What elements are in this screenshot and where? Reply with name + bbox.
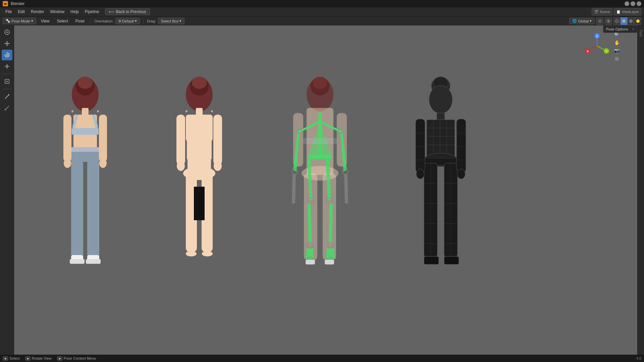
svg-point-158 [457,169,465,179]
pose-mode-label: Pose Mode [11,19,30,23]
back-icon: ⟵ [109,9,114,14]
navigation-gizmo[interactable]: Z Y X 🔍 ✋ 📷 ⊞ [584,29,621,62]
window-controls [625,1,641,6]
svg-rect-49 [71,152,99,162]
back-to-previous-button[interactable]: ⟵ Back to Previous [105,8,150,15]
material-shading-btn[interactable] [628,17,634,25]
viewport-overlays-btn[interactable] [605,17,612,25]
pose-options-label: Pose Options [606,27,628,31]
global-icon: 🌐 [572,19,577,23]
svg-point-117 [319,150,321,153]
svg-line-36 [5,106,9,110]
measure-tool[interactable] [2,103,12,113]
back-label: Back to Previous [116,9,146,14]
scene-selector[interactable]: 🎬 Scene [592,8,612,15]
svg-point-11 [636,19,640,23]
statusbar-pose-context: ● Pose Context Menu [57,356,96,361]
svg-point-74 [177,161,185,171]
rotate-tool[interactable] [2,50,12,60]
svg-marker-21 [6,45,8,46]
svg-rect-51 [87,162,99,256]
pose-options-close[interactable]: × [632,27,634,31]
nude-figure-svg [156,73,243,307]
svg-rect-58 [70,259,85,264]
wireframe-figure-svg [397,73,484,307]
svg-point-34 [8,94,9,96]
nav-gizmo-svg[interactable]: Z Y X [584,33,610,59]
menu-edit[interactable]: Edit [15,9,28,15]
svg-marker-111 [292,174,296,203]
svg-point-4 [608,20,609,22]
scale-tool[interactable] [2,61,12,72]
clothed-figure-svg [42,73,129,307]
svg-rect-26 [6,66,8,67]
scene-label: Scene [600,10,610,14]
maximize-btn[interactable] [631,1,635,6]
svg-point-60 [71,110,73,112]
statusbar-rotate: ● Rotate View [25,356,52,361]
menu-help[interactable]: Help [68,9,82,15]
svg-rect-59 [86,259,101,264]
svg-rect-149 [416,119,425,173]
svg-rect-122 [325,260,334,264]
svg-text:X: X [587,50,589,53]
pose-mode-dropdown[interactable]: 🦴 Pose Mode ▾ [3,18,36,24]
viewlayer-selector[interactable]: 📋 ViewLayer [614,8,641,15]
viewport[interactable]: Z Y X 🔍 ✋ 📷 ⊞ N [14,25,637,355]
view-menu[interactable]: View [38,18,52,24]
wireframe-shading-btn[interactable] [613,17,620,25]
svg-rect-121 [306,260,315,264]
menu-file[interactable]: File [3,9,14,15]
version-info: 4.0 [636,356,641,360]
drag-dropdown[interactable]: Select Box ▾ [158,18,185,24]
solid-shading-btn[interactable] [621,17,627,25]
cursor-tool[interactable] [2,27,12,38]
pose-mode-icon: 🦴 [6,19,10,23]
pose-context-label: Pose Context Menu [64,356,96,360]
transform-tool[interactable] [2,76,12,87]
pose-menu[interactable]: Pose [73,18,87,24]
menu-window[interactable]: Window [47,9,67,15]
proportional-edit-btn[interactable]: ⊙ [596,17,603,25]
svg-point-13 [6,32,8,33]
menu-pipeline[interactable]: Pipeline [82,9,102,15]
figure-rigged [256,25,384,355]
minimize-btn[interactable] [625,1,629,6]
global-label: Global [578,19,589,23]
svg-rect-73 [213,115,222,165]
toolbar-separator-1 [2,74,12,74]
svg-point-126 [429,85,452,114]
orientation-dropdown[interactable]: ⊞ Default ▾ [115,18,140,24]
rendered-shading-btn[interactable] [635,17,641,25]
svg-point-41 [78,77,93,89]
svg-text:Y: Y [605,50,607,53]
right-toolbar: Tool [637,25,644,355]
svg-rect-46 [72,128,99,135]
svg-point-55 [99,159,107,168]
toolbar-divider-1 [91,18,91,24]
global-dropdown[interactable]: 🌐 Global ▾ [569,18,595,24]
select-key: ● [3,356,8,361]
svg-rect-150 [457,119,466,173]
toolbar-divider-2 [143,18,144,24]
svg-text:Z: Z [596,35,598,38]
close-btn[interactable] [637,1,641,6]
orientation-label: Orientation: [94,19,113,23]
annotate-tool[interactable] [2,91,12,102]
viewlayer-icon: 📋 [616,10,621,14]
global-arrow: ▾ [590,19,592,23]
svg-point-80 [211,110,213,112]
menu-render[interactable]: Render [28,9,47,15]
camera-icon[interactable]: 📷 [613,47,621,54]
scene-icon: 🎬 [594,10,599,14]
svg-point-75 [214,161,222,171]
grid-icon[interactable]: ⊞ [613,55,621,62]
pan-icon[interactable]: ✋ [613,39,621,46]
svg-rect-50 [71,162,83,256]
pose-context-key: ● [57,356,62,361]
move-tool[interactable] [2,38,12,49]
svg-marker-112 [344,174,348,203]
svg-point-83 [313,77,327,89]
select-menu[interactable]: Select [54,18,70,24]
pose-options-header: Pose Options × [603,25,637,33]
